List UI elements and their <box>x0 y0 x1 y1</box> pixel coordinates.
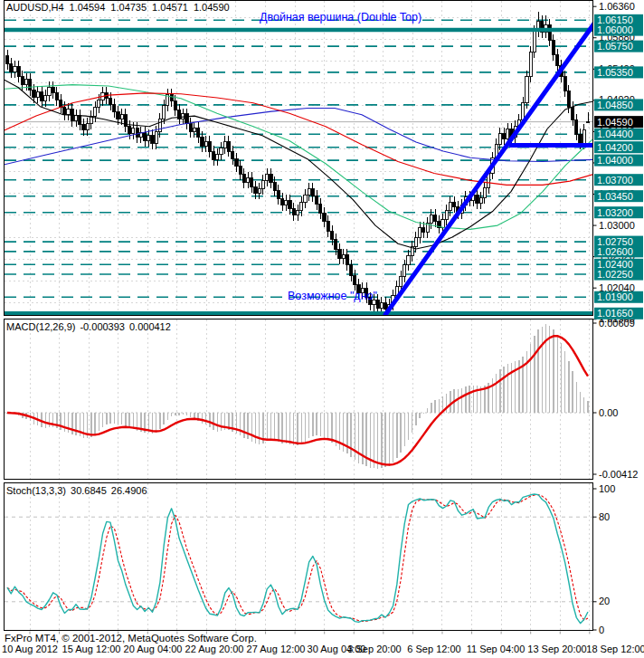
macd-histogram-bar <box>583 397 584 413</box>
candle-body <box>17 66 20 77</box>
candle-body <box>21 77 24 85</box>
stoch-grid <box>30 483 590 630</box>
macd-histogram-bar <box>217 413 218 432</box>
time-label[interactable]: 15 Aug 12:00 <box>62 644 121 654</box>
candle-body <box>193 128 195 131</box>
candle-body <box>399 276 402 287</box>
macd-histogram-bar <box>118 413 118 424</box>
stoch-signal-value: 26.4906 <box>111 485 147 496</box>
candle-body <box>79 115 81 124</box>
candle-body <box>335 239 337 250</box>
macd-histogram-bar <box>316 413 317 435</box>
macd-scale-label: -0.00412 <box>599 469 638 480</box>
macd-histogram-bar <box>381 413 382 468</box>
time-label[interactable]: 3 Sep 20:00 <box>347 644 401 654</box>
candle-body <box>55 92 58 100</box>
macd-histogram-bar <box>327 413 328 440</box>
open-value: 1.04594 <box>70 2 106 13</box>
candle-body <box>44 96 47 101</box>
candle-body <box>529 52 532 77</box>
candle-body <box>86 124 89 129</box>
candle-body <box>476 195 478 204</box>
candle-body <box>564 77 566 91</box>
candle-body <box>25 80 28 85</box>
candle-body <box>354 276 356 285</box>
macd-histogram-bar <box>106 413 107 424</box>
candle-body <box>300 203 303 211</box>
candle-body <box>67 110 70 115</box>
candle-body <box>273 183 276 191</box>
candle-body <box>227 141 230 151</box>
candle-body <box>189 124 192 132</box>
candle-body <box>579 134 582 143</box>
time-label[interactable]: 11 Sep 04:00 <box>467 644 526 654</box>
price-tick-label: 1.03000 <box>599 220 635 231</box>
double-top-annotation[interactable]: Двойная вершина (Double Top) <box>260 11 421 24</box>
candle-body <box>281 199 284 205</box>
macd-histogram-bar <box>240 413 241 435</box>
time-label[interactable]: 10 Aug 2012 <box>2 644 58 654</box>
macd-histogram-bar <box>312 413 313 436</box>
candle-body <box>33 90 35 98</box>
candle-body <box>261 180 264 188</box>
trendline[interactable] <box>385 22 595 314</box>
macd-histogram-bar <box>568 361 569 413</box>
macd-histogram-bar <box>83 413 84 438</box>
candle-body <box>201 137 204 146</box>
price-level-badge-label: 1.04850 <box>597 100 633 110</box>
candle-body <box>170 94 173 100</box>
candle-body <box>327 222 329 232</box>
macd-histogram-bar <box>374 413 374 468</box>
candle-body <box>342 254 345 258</box>
price-axis: 1.063601.058801.054001.049201.044401.039… <box>593 1 644 635</box>
macd-histogram-bar <box>572 371 573 413</box>
time-label[interactable]: 22 Aug 20:00 <box>185 644 244 654</box>
candle-body <box>29 80 32 91</box>
macd-histogram-bar <box>564 351 565 413</box>
price-level-badge-label: 1.04000 <box>597 155 633 166</box>
stoch-scale-label: 0 <box>599 625 604 635</box>
ohlc-header: AUDUSD,H41.045941.047351.045711.04590 <box>6 2 235 13</box>
price-level-badge-label: 1.02250 <box>597 269 633 280</box>
price-level-badge-label: 1.04400 <box>597 129 633 139</box>
candle-body <box>235 159 238 167</box>
macd-histogram-bar <box>465 386 466 413</box>
macd-histogram-bar <box>278 413 279 442</box>
candle-body <box>330 232 333 240</box>
time-label[interactable]: 13 Sep 20:00 <box>527 644 586 654</box>
candle-body <box>151 136 154 144</box>
candle-body <box>311 189 314 196</box>
time-label[interactable]: 6 Sep 12:00 <box>407 644 460 654</box>
candle-body <box>316 196 318 205</box>
macd-histogram-bar <box>434 400 435 413</box>
candle-body <box>270 174 272 182</box>
macd-histogram-bar <box>289 413 290 444</box>
macd-histogram-bar <box>308 413 309 438</box>
candle-body <box>120 115 123 119</box>
candle-body <box>117 112 119 119</box>
price-level-badge-label: 1.04200 <box>597 142 633 153</box>
macd-panel-border <box>5 319 593 480</box>
candle-body <box>212 152 214 160</box>
candle-body <box>430 215 432 224</box>
macd-histogram-bar <box>419 413 420 418</box>
macd-histogram-bar <box>194 413 194 418</box>
low-value: 1.04571 <box>152 2 188 13</box>
macd-histogram-bar <box>393 413 393 463</box>
macd-histogram-bar <box>209 413 210 427</box>
time-label[interactable]: 20 Aug 04:00 <box>124 644 183 654</box>
time-label[interactable]: 18 Sep 12:00 <box>586 644 644 654</box>
macd-histogram-bar <box>511 363 512 413</box>
macd-histogram-bar <box>175 413 175 415</box>
candle-body <box>174 101 176 110</box>
candle-body <box>10 64 13 72</box>
main-grid <box>5 1 592 315</box>
close-value: 1.04590 <box>194 2 230 13</box>
macd-histogram-bar <box>412 413 412 433</box>
macd-histogram-bar <box>331 413 332 443</box>
macd-histogram-bar <box>102 413 103 427</box>
candle-body <box>277 191 279 199</box>
candle-body <box>143 132 146 140</box>
possible-bottom-annotation[interactable]: Возможное "дно" <box>288 290 377 302</box>
time-label[interactable]: 27 Aug 12:00 <box>247 644 306 654</box>
